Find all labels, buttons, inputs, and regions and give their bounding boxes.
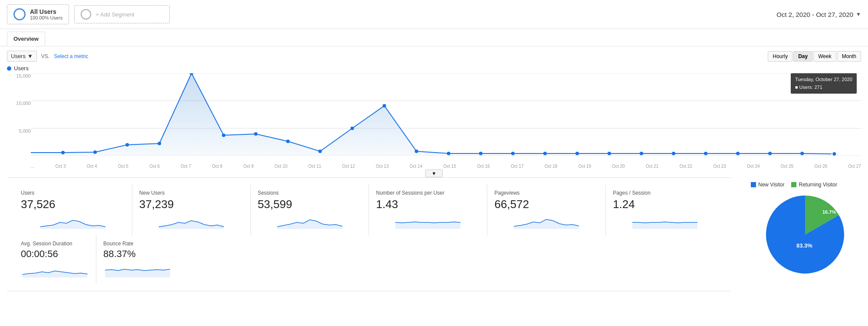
mini-chart-pageviews — [494, 214, 598, 229]
metric-value-pageviews: 66,572 — [494, 198, 598, 211]
x-label-0: ... — [31, 164, 34, 169]
metrics-row-2: Avg. Session Duration 00:00:56 Bounce Ra… — [7, 235, 731, 291]
x-label-8: Oct 10 — [275, 164, 287, 169]
chart-point-last[interactable] — [832, 152, 836, 156]
metric-name-users: Users — [21, 190, 125, 196]
svg-marker-7 — [395, 222, 460, 229]
segment-circle-icon — [13, 8, 26, 20]
metric-card-bounce-rate: Bounce Rate 88.37% — [96, 235, 179, 284]
chart-point[interactable] — [318, 150, 322, 153]
segments-area: All Users 100.00% Users + Add Segment — [7, 4, 170, 24]
chart-point[interactable] — [254, 132, 257, 136]
time-buttons: Hourly Day Week Month — [768, 51, 861, 62]
time-btn-week[interactable]: Week — [813, 51, 836, 62]
metric-dropdown[interactable]: Users ▼ — [7, 51, 37, 62]
metric-value-avg-duration: 00:00:56 — [21, 248, 89, 260]
metric-card-avg-duration: Avg. Session Duration 00:00:56 — [14, 235, 96, 284]
chart-point[interactable] — [640, 152, 643, 155]
metric-card-pages-per-session: Pages / Session 1.24 — [606, 185, 724, 235]
all-users-segment[interactable]: All Users 100.00% Users — [7, 4, 69, 24]
svg-marker-11 — [105, 269, 170, 277]
y-label-1: 10,000 — [7, 101, 31, 106]
x-label-21: Oct 23 — [713, 164, 726, 169]
chart-point[interactable] — [350, 127, 354, 130]
metric-name-avg-duration: Avg. Session Duration — [21, 241, 89, 247]
x-label-16: Oct 18 — [545, 164, 557, 169]
time-btn-day[interactable]: Day — [793, 51, 812, 62]
chart-controls: Users ▼ VS. Select a metric Hourly Day W… — [0, 46, 868, 63]
chart-point[interactable] — [672, 152, 675, 155]
chart-point[interactable] — [800, 152, 804, 155]
chart-point[interactable] — [382, 104, 386, 108]
x-label-19: Oct 21 — [646, 164, 658, 169]
segment-info: All Users 100.00% Users — [30, 8, 62, 20]
metric-card-sessions-per-user: Number of Sessions per User 1.43 — [369, 185, 487, 235]
pie-legend-new-visitor-label: New Visitor — [758, 182, 784, 188]
x-label-14: Oct 16 — [477, 164, 490, 169]
mini-chart-sessions-per-user — [376, 214, 480, 229]
chart-point[interactable] — [415, 150, 418, 153]
chart-point[interactable] — [93, 150, 97, 154]
date-range-picker[interactable]: Oct 2, 2020 - Oct 27, 2020 ▼ — [776, 11, 861, 18]
x-label-1: Oct 3 — [56, 164, 66, 169]
tooltip-date: Tuesday, October 27, 2020 — [795, 76, 852, 84]
chart-point[interactable] — [158, 142, 161, 145]
chart-line — [31, 73, 834, 154]
metric-name-sessions: Sessions — [258, 190, 362, 196]
chart-svg-wrap: Tuesday, October 27, 2020 ■ Users: 271 — [31, 73, 861, 156]
metric-card-sessions: Sessions 53,599 — [251, 185, 369, 235]
add-segment-circle-icon — [81, 9, 91, 20]
pie-chart-section: New Visitor Returning Visitor — [742, 182, 868, 278]
metric-selector: Users ▼ VS. Select a metric — [7, 51, 89, 62]
chart-collapse-button[interactable]: ▼ — [425, 170, 443, 177]
chart-point[interactable] — [479, 152, 483, 155]
metric-name-bounce-rate: Bounce Rate — [103, 241, 172, 247]
metric-dropdown-label: Users — [11, 53, 26, 59]
chart-point[interactable] — [511, 152, 515, 155]
chart-point[interactable] — [575, 152, 579, 155]
chart-point[interactable] — [61, 151, 65, 154]
date-range-text: Oct 2, 2020 - Oct 27, 2020 — [776, 11, 853, 18]
pie-legend-new-visitor: New Visitor — [751, 182, 784, 188]
svg-marker-8 — [514, 219, 579, 229]
x-label-15: Oct 17 — [511, 164, 523, 169]
x-label-7: Oct 9 — [243, 164, 254, 169]
x-label-23: Oct 25 — [781, 164, 793, 169]
chart-point[interactable] — [222, 134, 225, 137]
add-segment-button[interactable]: + Add Segment — [74, 5, 170, 23]
chart-point[interactable] — [608, 152, 611, 155]
chart-point[interactable] — [736, 152, 740, 155]
x-label-20: Oct 22 — [680, 164, 692, 169]
chart-point[interactable] — [768, 152, 772, 155]
chart-legend: Users — [7, 63, 861, 73]
x-label-22: Oct 24 — [747, 164, 760, 169]
legend-dot-icon — [7, 66, 11, 71]
vs-label: VS. — [41, 53, 49, 59]
chart-point[interactable] — [447, 152, 450, 155]
select-metric-link[interactable]: Select a metric — [54, 53, 88, 59]
time-btn-month[interactable]: Month — [837, 51, 861, 62]
svg-marker-5 — [159, 221, 224, 229]
pie-chart-svg: 83.3% 16.7% — [762, 191, 848, 278]
chart-point[interactable] — [125, 143, 129, 147]
metric-value-users: 37,526 — [21, 198, 125, 211]
metric-value-bounce-rate: 88.37% — [103, 248, 172, 260]
chart-point[interactable] — [543, 152, 547, 155]
time-btn-hourly[interactable]: Hourly — [768, 51, 792, 62]
metric-value-sessions-per-user: 1.43 — [376, 198, 480, 211]
mini-chart-sessions — [258, 214, 362, 229]
x-label-24: Oct 26 — [815, 164, 827, 169]
tab-overview[interactable]: Overview — [7, 32, 45, 46]
date-range-arrow-icon: ▼ — [856, 11, 861, 17]
metric-card-pageviews: Pageviews 66,572 — [487, 185, 606, 235]
chart-point[interactable] — [286, 140, 289, 143]
metric-dropdown-arrow-icon: ▼ — [27, 53, 33, 59]
chart-container: 15,000 10,000 5,000 — [7, 73, 861, 169]
metric-name-sessions-per-user: Number of Sessions per User — [376, 190, 480, 196]
pie-legend-returning-visitor: Returning Visitor — [791, 182, 837, 188]
chart-point[interactable] — [704, 152, 707, 155]
x-label-2: Oct 4 — [87, 164, 97, 169]
x-label-18: Oct 20 — [612, 164, 625, 169]
metrics-section: Users 37,526 New Users 37,239 Sessions 5… — [0, 177, 868, 291]
mini-chart-users — [21, 214, 125, 229]
